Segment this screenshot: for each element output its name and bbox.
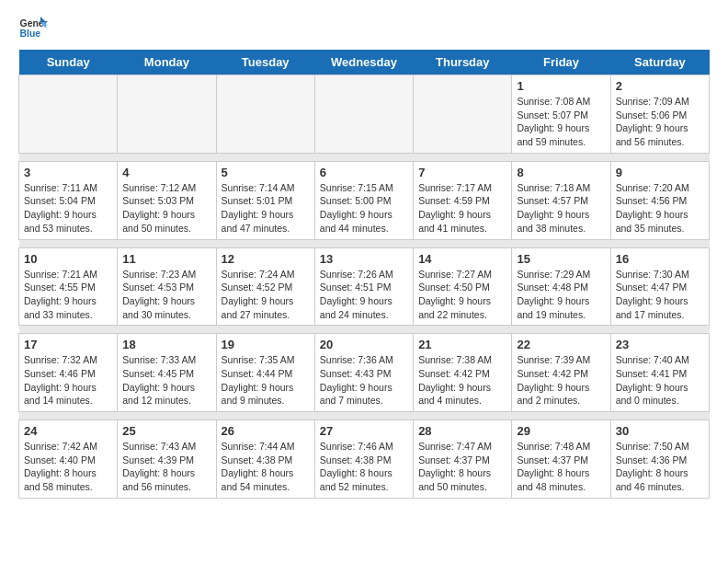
day-number: 12 [222, 252, 310, 266]
day-number: 23 [616, 338, 704, 351]
spacer-row [19, 153, 710, 161]
header-row: SundayMondayTuesdayWednesdayThursdayFrid… [19, 50, 710, 75]
day-number: 8 [517, 166, 605, 179]
calendar-cell: 15Sunrise: 7:29 AM Sunset: 4:48 PM Dayli… [512, 247, 610, 326]
header-day-wednesday: Wednesday [314, 50, 413, 75]
day-number: 22 [517, 338, 605, 351]
spacer-cell [19, 326, 710, 334]
calendar-cell: 4Sunrise: 7:12 AM Sunset: 5:03 PM Daylig… [118, 161, 216, 239]
calendar-cell: 28Sunrise: 7:47 AM Sunset: 4:37 PM Dayli… [414, 420, 512, 499]
day-detail: Sunrise: 7:27 AM Sunset: 4:50 PM Dayligh… [418, 268, 506, 322]
calendar-header: SundayMondayTuesdayWednesdayThursdayFrid… [19, 50, 710, 75]
day-number: 16 [616, 252, 704, 266]
day-detail: Sunrise: 7:24 AM Sunset: 4:52 PM Dayligh… [222, 268, 310, 322]
header-day-thursday: Thursday [414, 50, 512, 75]
day-number: 24 [24, 424, 112, 438]
calendar-cell [216, 75, 314, 154]
day-number: 29 [517, 424, 605, 438]
calendar-cell: 5Sunrise: 7:14 AM Sunset: 5:01 PM Daylig… [216, 161, 314, 239]
calendar-cell [414, 75, 512, 154]
day-number: 10 [24, 252, 112, 266]
logo: General Blue [18, 15, 51, 40]
calendar-cell: 7Sunrise: 7:17 AM Sunset: 4:59 PM Daylig… [414, 161, 512, 239]
calendar-cell: 14Sunrise: 7:27 AM Sunset: 4:50 PM Dayli… [414, 247, 512, 326]
day-detail: Sunrise: 7:36 AM Sunset: 4:43 PM Dayligh… [320, 353, 408, 408]
calendar-cell: 13Sunrise: 7:26 AM Sunset: 4:51 PM Dayli… [314, 247, 413, 326]
spacer-cell [19, 412, 710, 420]
svg-text:Blue: Blue [20, 29, 41, 39]
day-detail: Sunrise: 7:39 AM Sunset: 4:42 PM Dayligh… [517, 353, 605, 408]
spacer-cell [19, 239, 710, 247]
spacer-cell [19, 153, 710, 161]
week-row-4: 24Sunrise: 7:42 AM Sunset: 4:40 PM Dayli… [19, 420, 710, 499]
day-detail: Sunrise: 7:44 AM Sunset: 4:38 PM Dayligh… [222, 440, 310, 494]
calendar-cell: 19Sunrise: 7:35 AM Sunset: 4:44 PM Dayli… [216, 334, 314, 412]
day-number: 4 [122, 166, 210, 179]
day-number: 25 [122, 424, 210, 438]
calendar-cell: 16Sunrise: 7:30 AM Sunset: 4:47 PM Dayli… [610, 247, 709, 326]
day-number: 27 [320, 424, 408, 438]
calendar-cell: 25Sunrise: 7:43 AM Sunset: 4:39 PM Dayli… [118, 420, 216, 499]
calendar-body: 1Sunrise: 7:08 AM Sunset: 5:07 PM Daylig… [19, 75, 710, 499]
day-detail: Sunrise: 7:47 AM Sunset: 4:37 PM Dayligh… [418, 440, 506, 494]
day-detail: Sunrise: 7:15 AM Sunset: 5:00 PM Dayligh… [320, 181, 408, 236]
day-number: 28 [418, 424, 506, 438]
day-detail: Sunrise: 7:33 AM Sunset: 4:45 PM Dayligh… [122, 353, 210, 408]
day-detail: Sunrise: 7:21 AM Sunset: 4:55 PM Dayligh… [24, 268, 112, 322]
day-detail: Sunrise: 7:35 AM Sunset: 4:44 PM Dayligh… [222, 353, 310, 408]
spacer-row [19, 412, 710, 420]
day-detail: Sunrise: 7:32 AM Sunset: 4:46 PM Dayligh… [24, 353, 112, 408]
header-day-monday: Monday [118, 50, 216, 75]
day-number: 9 [616, 166, 704, 179]
day-detail: Sunrise: 7:42 AM Sunset: 4:40 PM Dayligh… [24, 440, 112, 494]
spacer-row [19, 239, 710, 247]
day-detail: Sunrise: 7:20 AM Sunset: 4:56 PM Dayligh… [616, 181, 704, 236]
logo-icon: General Blue [18, 15, 48, 40]
calendar-cell: 18Sunrise: 7:33 AM Sunset: 4:45 PM Dayli… [118, 334, 216, 412]
day-number: 5 [222, 166, 310, 179]
day-detail: Sunrise: 7:29 AM Sunset: 4:48 PM Dayligh… [517, 268, 605, 322]
calendar-cell: 26Sunrise: 7:44 AM Sunset: 4:38 PM Dayli… [216, 420, 314, 499]
week-row-3: 17Sunrise: 7:32 AM Sunset: 4:46 PM Dayli… [19, 334, 710, 412]
day-detail: Sunrise: 7:17 AM Sunset: 4:59 PM Dayligh… [418, 181, 506, 236]
calendar-cell: 23Sunrise: 7:40 AM Sunset: 4:41 PM Dayli… [610, 334, 709, 412]
calendar-cell: 3Sunrise: 7:11 AM Sunset: 5:04 PM Daylig… [19, 161, 118, 239]
day-detail: Sunrise: 7:23 AM Sunset: 4:53 PM Dayligh… [122, 268, 210, 322]
calendar-cell [314, 75, 413, 154]
calendar-cell: 27Sunrise: 7:46 AM Sunset: 4:38 PM Dayli… [314, 420, 413, 499]
day-number: 20 [320, 338, 408, 351]
day-detail: Sunrise: 7:48 AM Sunset: 4:37 PM Dayligh… [517, 440, 605, 494]
main-container: General Blue SundayMondayTuesdayWednesda… [0, 0, 728, 513]
day-number: 15 [517, 252, 605, 266]
day-number: 14 [418, 252, 506, 266]
day-detail: Sunrise: 7:11 AM Sunset: 5:04 PM Dayligh… [24, 181, 112, 236]
calendar-cell: 1Sunrise: 7:08 AM Sunset: 5:07 PM Daylig… [512, 75, 610, 154]
week-row-1: 3Sunrise: 7:11 AM Sunset: 5:04 PM Daylig… [19, 161, 710, 239]
week-row-2: 10Sunrise: 7:21 AM Sunset: 4:55 PM Dayli… [19, 247, 710, 326]
day-detail: Sunrise: 7:09 AM Sunset: 5:06 PM Dayligh… [616, 95, 704, 149]
day-detail: Sunrise: 7:26 AM Sunset: 4:51 PM Dayligh… [320, 268, 408, 322]
header: General Blue [18, 15, 710, 40]
day-number: 7 [418, 166, 506, 179]
calendar-cell: 10Sunrise: 7:21 AM Sunset: 4:55 PM Dayli… [19, 247, 118, 326]
calendar-cell: 24Sunrise: 7:42 AM Sunset: 4:40 PM Dayli… [19, 420, 118, 499]
day-detail: Sunrise: 7:38 AM Sunset: 4:42 PM Dayligh… [418, 353, 506, 408]
day-number: 13 [320, 252, 408, 266]
day-number: 1 [517, 79, 605, 93]
calendar-cell: 12Sunrise: 7:24 AM Sunset: 4:52 PM Dayli… [216, 247, 314, 326]
calendar-cell: 6Sunrise: 7:15 AM Sunset: 5:00 PM Daylig… [314, 161, 413, 239]
header-day-sunday: Sunday [19, 50, 118, 75]
day-detail: Sunrise: 7:46 AM Sunset: 4:38 PM Dayligh… [320, 440, 408, 494]
day-number: 17 [24, 338, 112, 351]
calendar-cell: 29Sunrise: 7:48 AM Sunset: 4:37 PM Dayli… [512, 420, 610, 499]
calendar-cell: 17Sunrise: 7:32 AM Sunset: 4:46 PM Dayli… [19, 334, 118, 412]
calendar-cell: 30Sunrise: 7:50 AM Sunset: 4:36 PM Dayli… [610, 420, 709, 499]
calendar-cell: 11Sunrise: 7:23 AM Sunset: 4:53 PM Dayli… [118, 247, 216, 326]
day-number: 6 [320, 166, 408, 179]
header-day-tuesday: Tuesday [216, 50, 314, 75]
calendar-cell [118, 75, 216, 154]
day-detail: Sunrise: 7:14 AM Sunset: 5:01 PM Dayligh… [222, 181, 310, 236]
day-number: 21 [418, 338, 506, 351]
calendar-cell: 9Sunrise: 7:20 AM Sunset: 4:56 PM Daylig… [610, 161, 709, 239]
day-number: 30 [616, 424, 704, 438]
